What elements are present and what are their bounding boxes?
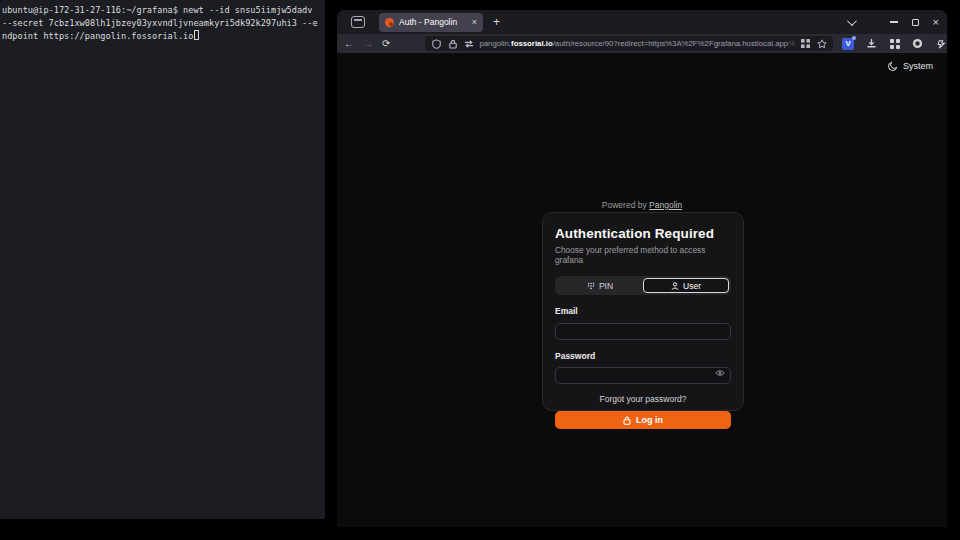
- auth-method-tabs: PIN User: [555, 276, 731, 295]
- forward-button[interactable]: →: [363, 39, 373, 49]
- back-button[interactable]: ←: [344, 39, 354, 49]
- tab-title: Auth - Pangolin: [399, 17, 467, 27]
- user-icon: [671, 282, 679, 290]
- tab-pin[interactable]: PIN: [557, 278, 643, 293]
- login-button[interactable]: Log in: [555, 411, 731, 429]
- moon-icon: [888, 61, 898, 71]
- url-bar[interactable]: pangolin.fossorial.io/auth/resource/90?r…: [425, 36, 833, 51]
- close-window-button[interactable]: ×: [933, 19, 939, 26]
- reload-button[interactable]: ⟳: [382, 39, 390, 49]
- powered-by: Powered by Pangolin: [337, 200, 947, 210]
- card-subtitle: Choose your preferred method to access g…: [555, 245, 731, 265]
- password-field[interactable]: [555, 367, 731, 384]
- lock-icon: [623, 416, 631, 425]
- auth-page: System Powered by Pangolin Authenticatio…: [337, 53, 947, 527]
- tab-user-label: User: [683, 281, 701, 291]
- padlock-icon[interactable]: [447, 38, 458, 49]
- tab-user[interactable]: User: [643, 278, 729, 293]
- browser-toolbar: ← → ⟳ pangolin.fossorial.io/auth/resourc…: [337, 34, 947, 53]
- tab-close-icon[interactable]: ×: [472, 17, 477, 27]
- new-tab-button[interactable]: +: [493, 15, 500, 29]
- tab-list-chevron-icon[interactable]: [847, 16, 857, 26]
- firefox-view-icon[interactable]: [351, 16, 365, 28]
- window-controls: ×: [847, 19, 939, 26]
- containers-grid-icon[interactable]: [889, 38, 900, 49]
- tracking-shield-icon[interactable]: [431, 38, 442, 49]
- pangolin-link[interactable]: Pangolin: [649, 200, 682, 210]
- tab-pin-label: PIN: [599, 281, 613, 291]
- downloads-icon[interactable]: [866, 38, 877, 49]
- pangolin-favicon-icon: [385, 18, 394, 27]
- keypad-icon: [587, 282, 595, 290]
- auth-card: Authentication Required Choose your pref…: [542, 212, 744, 411]
- extensions-puzzle-icon[interactable]: [935, 38, 946, 49]
- minimize-button[interactable]: [890, 21, 898, 23]
- permissions-icon[interactable]: [463, 38, 474, 49]
- bookmark-star-icon[interactable]: [816, 38, 827, 49]
- terminal-line: --secret 7cbz1xw08lh1jbzey03yxvndljvneam…: [2, 18, 318, 28]
- toolbar-extension-icons: V: [842, 38, 947, 50]
- password-label: Password: [555, 351, 731, 361]
- url-text: pangolin.fossorial.io/auth/resource/90?r…: [479, 39, 795, 48]
- forgot-password-link[interactable]: Forgot your password?: [555, 394, 731, 404]
- theme-toggle[interactable]: System: [888, 61, 933, 71]
- email-label: Email: [555, 306, 731, 316]
- terminal-line: ubuntu@ip-172-31-27-116:~/grafana$ newt …: [2, 5, 312, 15]
- login-button-label: Log in: [636, 415, 663, 425]
- terminal-cursor: [194, 30, 199, 40]
- terminal-line: ndpoint https://pangolin.fossorial.io: [2, 31, 193, 41]
- extension-v-icon[interactable]: V: [842, 38, 854, 50]
- email-field[interactable]: [555, 323, 731, 340]
- terminal-panel[interactable]: ubuntu@ip-172-31-27-116:~/grafana$ newt …: [0, 0, 325, 519]
- tab-auth-pangolin[interactable]: Auth - Pangolin ×: [379, 13, 483, 32]
- card-title: Authentication Required: [555, 226, 731, 241]
- adblock-circle-icon[interactable]: [912, 38, 923, 49]
- browser-window: Auth - Pangolin × + × ← → ⟳ pangolin.fos…: [337, 10, 947, 527]
- theme-toggle-label: System: [903, 61, 933, 71]
- maximize-button[interactable]: [912, 19, 919, 26]
- show-password-eye-icon[interactable]: [715, 369, 725, 377]
- shortcuts-grid-icon[interactable]: [800, 38, 811, 49]
- tab-strip: Auth - Pangolin × + ×: [337, 10, 947, 34]
